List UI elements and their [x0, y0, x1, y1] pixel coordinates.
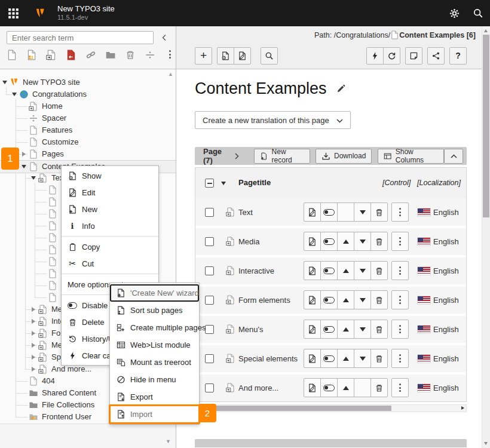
context-menu-item-info[interactable]: iInfo	[62, 217, 158, 234]
edit-record-button[interactable]	[304, 320, 321, 339]
topbar-search-button[interactable]	[466, 0, 490, 26]
move-up-button[interactable]	[337, 290, 354, 309]
tree-item-pages[interactable]: Pages	[0, 148, 176, 160]
show-columns-button[interactable]: Show Columns	[378, 149, 444, 164]
tree-item-congratulations[interactable]: Congratulations	[0, 88, 176, 100]
tree-tool-recycler[interactable]	[124, 49, 136, 61]
row-checkbox[interactable]	[205, 237, 214, 246]
tree-expander-open[interactable]	[30, 172, 37, 184]
tree-search-input[interactable]	[7, 31, 154, 44]
scrollbar-thumb[interactable]	[483, 35, 489, 217]
tree-item-new-typo3-site[interactable]: New TYPO3 site	[0, 76, 176, 88]
more-actions-button[interactable]	[391, 261, 409, 280]
edit-record-button[interactable]	[304, 202, 321, 222]
submenu-item-hide-in-menu[interactable]: Hide in menu	[110, 371, 199, 388]
row-checkbox[interactable]	[205, 325, 214, 334]
more-actions-button[interactable]	[391, 202, 409, 222]
more-actions-button[interactable]	[391, 378, 409, 397]
shortcut-note-button[interactable]	[405, 47, 422, 65]
scroll-down-icon[interactable]	[484, 442, 488, 445]
collapse-table-button[interactable]	[444, 149, 463, 164]
tree-tool-new-page[interactable]	[6, 49, 18, 61]
reload-button[interactable]	[383, 47, 400, 65]
selection-dropdown-caret[interactable]	[221, 182, 226, 185]
move-down-button[interactable]	[354, 232, 371, 251]
row-checkbox[interactable]	[205, 266, 214, 275]
edit-record-button[interactable]	[304, 261, 321, 280]
move-up-button[interactable]	[337, 261, 354, 280]
context-menu-item-copy[interactable]: Copy	[62, 238, 158, 255]
context-menu-item-edit[interactable]: Edit	[62, 184, 158, 201]
clear-cache-button[interactable]	[366, 47, 384, 65]
select-all-checkbox[interactable]	[205, 179, 214, 188]
submenu-item-mount-as-treeroot[interactable]: Mount as treeroot	[110, 354, 199, 371]
collapse-tree-button[interactable]	[159, 32, 170, 43]
more-actions-button[interactable]	[391, 320, 409, 339]
submenu-item-export[interactable]: Export	[110, 388, 199, 406]
delete-record-button[interactable]	[370, 349, 388, 368]
move-up-button[interactable]	[337, 349, 354, 368]
vertical-scrollbar[interactable]	[482, 26, 490, 448]
submenu-item--create-new-wizard[interactable]: 'Create New' wizard	[110, 284, 199, 302]
move-down-button[interactable]	[354, 349, 371, 368]
context-menu-item-cut[interactable]: ✂Cut	[62, 255, 158, 272]
tree-item-features[interactable]: Features	[0, 124, 176, 136]
row-checkbox[interactable]	[205, 383, 214, 392]
move-down-button[interactable]	[354, 261, 371, 280]
tree-item-spacer[interactable]: Spacer	[0, 112, 176, 124]
tree-expander-closed[interactable]	[30, 303, 37, 315]
tree-toolbar-more-button[interactable]	[169, 50, 171, 59]
delete-record-button[interactable]	[370, 320, 388, 339]
tree-item-home[interactable]: Home	[0, 100, 176, 112]
move-down-button[interactable]	[354, 202, 371, 222]
tree-expander-closed[interactable]	[30, 363, 37, 375]
tree-scroll-down-icon[interactable]: ▼	[166, 439, 171, 444]
edit-page-button[interactable]	[234, 47, 251, 65]
hide-record-button[interactable]	[320, 261, 338, 280]
edit-record-button[interactable]	[304, 290, 321, 309]
scroll-up-icon[interactable]	[484, 29, 488, 32]
hide-record-button[interactable]	[320, 290, 338, 309]
tree-expander-closed[interactable]	[30, 315, 37, 327]
more-actions-button[interactable]	[391, 349, 409, 368]
new-record-button[interactable]: New record	[254, 149, 310, 164]
submenu-item-create-multiple-pages[interactable]: Create multiple pages	[110, 319, 199, 336]
view-webpage-button[interactable]	[217, 47, 234, 65]
delete-record-button[interactable]	[370, 290, 388, 309]
hide-record-button[interactable]	[320, 349, 338, 368]
hide-record-button[interactable]	[320, 202, 338, 222]
new-content-button[interactable]: +	[195, 47, 212, 65]
hide-record-button[interactable]	[320, 232, 338, 251]
horizontal-scrollbar[interactable]	[195, 404, 467, 412]
tree-tool-page-mountpoint[interactable]	[65, 49, 77, 61]
tree-tool-page-link[interactable]	[85, 49, 97, 61]
tree-expander-closed[interactable]	[20, 148, 27, 160]
move-down-button[interactable]	[354, 320, 371, 339]
search-record-button[interactable]	[261, 47, 278, 65]
edit-record-button[interactable]	[304, 349, 321, 368]
scroll-right-icon[interactable]	[461, 406, 464, 410]
hide-record-button[interactable]	[320, 320, 338, 339]
tree-tool-page-shortcut[interactable]	[45, 49, 57, 61]
tree-scroll-up-icon[interactable]: ▲	[168, 72, 173, 77]
tree-expander-closed[interactable]	[30, 351, 37, 363]
submenu-item-sort-sub-pages[interactable]: Sort sub pages	[110, 302, 199, 319]
share-button[interactable]	[427, 47, 445, 65]
more-actions-button[interactable]	[391, 290, 409, 309]
create-translation-dropdown[interactable]: Create a new translation of this page	[195, 111, 351, 129]
tree-expander-open[interactable]	[1, 76, 8, 88]
scrollbar-thumb[interactable]	[197, 406, 391, 411]
move-down-button[interactable]	[354, 290, 371, 309]
delete-record-button[interactable]	[370, 378, 388, 397]
tree-tool-page-users[interactable]	[26, 49, 38, 61]
section-link-chevron[interactable]	[235, 153, 239, 159]
module-menu-button[interactable]	[0, 0, 26, 26]
tree-item-customize[interactable]: Customize	[0, 136, 176, 148]
move-up-button[interactable]	[337, 378, 354, 397]
tree-tool-spacer[interactable]	[144, 49, 156, 61]
tree-expander-open[interactable]	[11, 88, 18, 100]
edit-title-button[interactable]	[336, 84, 345, 93]
more-actions-button[interactable]	[391, 232, 409, 251]
download-button[interactable]: Download	[316, 149, 372, 164]
row-checkbox[interactable]	[205, 354, 214, 363]
